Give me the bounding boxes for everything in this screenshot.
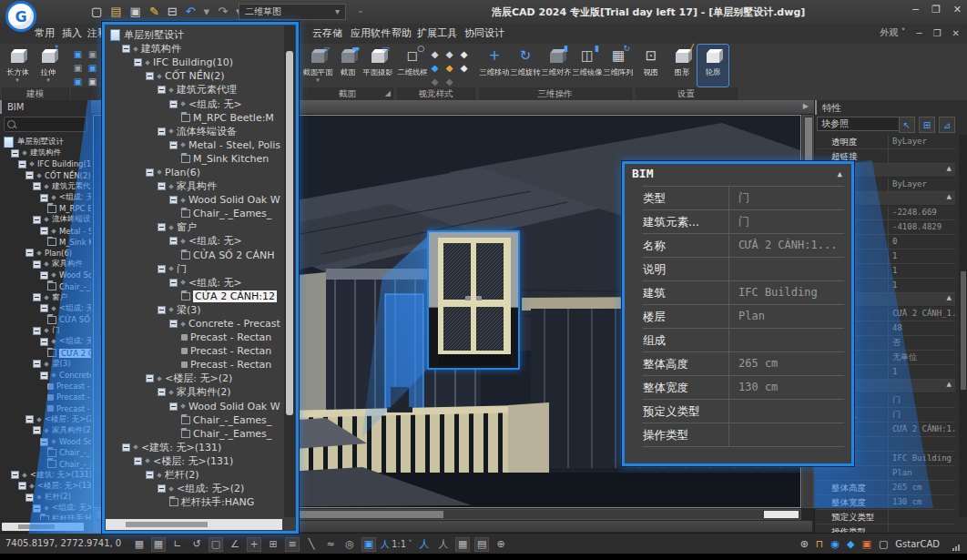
tree-popup-hscrollbar[interactable]	[106, 519, 282, 530]
tree-item[interactable]: 建筑构件	[0, 148, 91, 158]
ribbon-button-二维线框[interactable]: ◻○二维线框	[397, 45, 428, 87]
tree-item[interactable]: Precast - Rectan	[0, 392, 91, 402]
tree-item[interactable]: <组成: 无>	[0, 303, 91, 314]
pin-icon[interactable]: ◉	[830, 538, 840, 550]
visual-style-icon[interactable]: ◆	[428, 75, 442, 87]
tree-item[interactable]: <组成: 无>	[108, 234, 281, 248]
tree-item[interactable]: Plan(6)	[0, 248, 91, 259]
ribbon-button-视图[interactable]: ⊡视图	[636, 45, 667, 87]
grid-display-icon[interactable]: ▦	[151, 537, 166, 552]
tree-item[interactable]: <楼层: 无>(2)	[108, 372, 281, 385]
bim-property-row[interactable]: 整体高度265 cm	[643, 352, 844, 376]
visual-style-icon[interactable]: ◆	[428, 47, 442, 60]
restore-button[interactable]: ❐	[931, 4, 941, 15]
tab-collab[interactable]: 协同设计	[464, 26, 504, 40]
tab-express[interactable]: 扩展工具	[417, 26, 457, 40]
small-tool-icon[interactable]: ▣	[71, 47, 85, 60]
tree-item[interactable]: 建筑构件	[108, 42, 281, 56]
pickadd-toggle-icon[interactable]: ⊿	[939, 117, 955, 133]
dialog-launcher-icon[interactable]: ◢	[385, 88, 391, 99]
tree-item[interactable]: 家具构件(2)	[0, 425, 91, 436]
tree-item[interactable]: <组成: 无>	[0, 336, 91, 347]
save-icon[interactable]: ▣	[130, 0, 141, 24]
tab-apps[interactable]: 应用软件	[351, 26, 391, 40]
ribbon-button-长方体[interactable]: 长方体▾	[2, 45, 33, 87]
tree-item[interactable]: 窗户	[0, 292, 91, 303]
tree-item[interactable]: Precast - Rectan	[108, 331, 281, 344]
tree-item[interactable]: Precast - Rectan	[0, 403, 91, 414]
tree-item[interactable]: CỬA 2 CÁNH:12	[0, 348, 91, 359]
tree-item[interactable]: Chair_-_Eames_	[0, 447, 91, 458]
print-icon[interactable]: ⊟	[168, 0, 178, 24]
collapse-icon[interactable]: ▲	[838, 164, 842, 184]
small-tool-icon[interactable]: ▣	[86, 47, 99, 60]
tree-item[interactable]: Concrete - Precast	[0, 370, 91, 381]
small-tool-icon[interactable]: ▣	[86, 75, 99, 87]
lineweight-icon[interactable]: ╲	[304, 537, 319, 552]
ribbon-button-截面[interactable]: ▬截面	[333, 45, 362, 87]
auto-annotation-icon[interactable]: 人	[436, 537, 451, 552]
tree-item[interactable]: Precast - Rectan	[108, 344, 281, 358]
tree-item[interactable]: <组成: 无>(2)	[0, 503, 91, 514]
open-file-icon[interactable]: ▤	[110, 0, 121, 24]
bim-property-row[interactable]: 整体宽度130 cm	[643, 376, 844, 400]
doc-restore-button[interactable]: ❐	[933, 28, 942, 38]
tab-cloud[interactable]: 云存储	[312, 26, 342, 40]
tree-item[interactable]: Plan(6)	[108, 166, 281, 179]
tree-item[interactable]: 建筑元素代理	[108, 83, 281, 97]
tree-item[interactable]: 家具构件	[108, 179, 281, 193]
tree-item[interactable]: 门	[0, 325, 91, 336]
object-snap-icon[interactable]: ▢	[209, 537, 223, 552]
tree-item[interactable]: Chair_-_Eames_	[108, 413, 281, 427]
tree-item[interactable]: <楼层: 无>(2)	[0, 414, 91, 425]
tree-item[interactable]: <建筑: 无>(131)	[0, 470, 91, 481]
bim-search-input[interactable]	[4, 117, 87, 132]
tree-item[interactable]: <组成: 无>	[108, 276, 281, 290]
ribbon-button-三维对齐[interactable]: ▮三维对齐	[541, 45, 572, 87]
tree-item[interactable]: Wood Solid Oak W	[0, 436, 91, 447]
undo-icon[interactable]: ↶	[186, 0, 196, 24]
tree-item[interactable]: Metal - Steel, Polis	[0, 226, 91, 237]
tree-item[interactable]: 栏杆扶手:HANG	[0, 514, 91, 520]
tree-item[interactable]: 家具构件(2)	[108, 385, 281, 399]
bim-property-row[interactable]: 类型门	[643, 186, 844, 210]
tree-item[interactable]: 栏杆(2)	[108, 468, 281, 482]
tree-item[interactable]: <组成: 无>	[0, 192, 91, 203]
tree-item[interactable]: <组成: 无>(2)	[108, 482, 281, 495]
tree-item[interactable]: M_RPC Beetle:M	[108, 111, 281, 125]
ribbon-button-三维旋转[interactable]: ↻三维旋转	[510, 45, 541, 87]
tree-item[interactable]: Chair_-_Eames_	[108, 207, 281, 220]
isolate-objects-icon[interactable]: ▦	[455, 537, 470, 552]
annotation-visibility-icon[interactable]: 人	[417, 537, 432, 552]
bim-property-row[interactable]: 操作类型	[643, 423, 844, 447]
annotation-scale-control[interactable]: 人1:1˅	[381, 538, 412, 551]
ribbon-button-截面平面[interactable]: ▱截面平面▾	[302, 45, 333, 87]
ribbon-button-平面摄影[interactable]: ▭平面摄影	[362, 45, 393, 87]
minimize-button[interactable]: ─	[912, 4, 919, 15]
bim-property-row[interactable]: 组成	[643, 329, 844, 352]
unlock-icon[interactable]: ⊓	[816, 538, 824, 550]
tree-item[interactable]: IFC Building(10)	[108, 56, 281, 69]
tree-item[interactable]: 门	[108, 262, 281, 276]
tree-item[interactable]: 窗户	[108, 220, 281, 234]
tree-item[interactable]: <建筑: 无>(131)	[108, 441, 281, 454]
tree-item[interactable]: <楼层: 无>(131)	[108, 454, 281, 468]
transparency-icon[interactable]: ≈	[323, 537, 338, 552]
ribbon-button-轮廓[interactable]: 轮廓	[697, 45, 728, 87]
bim-property-row[interactable]: 预定义类型	[643, 400, 844, 423]
tab-help[interactable]: 帮助	[392, 26, 412, 40]
tree-item[interactable]: IFC Building(10)	[0, 158, 91, 169]
snap-mode-icon[interactable]: ▦	[132, 537, 147, 552]
ortho-mode-icon[interactable]: ∟	[170, 537, 185, 552]
save-as-icon[interactable]: ✎	[149, 0, 159, 24]
tree-item[interactable]: 建筑元素代理	[0, 181, 91, 192]
tree-item[interactable]: Precast - Rectan	[108, 358, 281, 372]
property-row[interactable]: 整体宽度130 cm	[817, 495, 955, 510]
tree-item[interactable]: 家具构件	[0, 259, 91, 270]
bim-panel-hscrollbar[interactable]	[2, 523, 84, 531]
quick-properties-icon[interactable]: ▤	[474, 537, 489, 552]
workspace-switch-icon[interactable]: ▣	[361, 537, 376, 552]
tree-item[interactable]: M_Sink Kitchen	[0, 237, 91, 248]
property-row[interactable]: 透明度ByLayer	[817, 135, 955, 149]
ribbon-button-图形[interactable]: ╱图形	[667, 45, 697, 87]
